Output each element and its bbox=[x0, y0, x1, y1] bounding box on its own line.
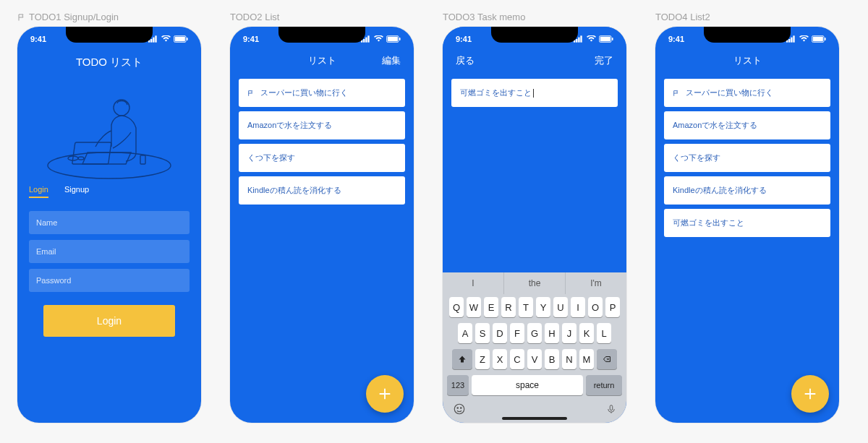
svg-rect-1 bbox=[150, 39, 152, 43]
svg-point-27 bbox=[454, 404, 464, 414]
password-field[interactable]: Password bbox=[29, 269, 190, 292]
key[interactable]: B bbox=[545, 349, 559, 369]
key[interactable]: C bbox=[510, 349, 524, 369]
plus-icon bbox=[377, 386, 393, 402]
list-item-label: Amazonで水を注文する bbox=[673, 120, 757, 131]
nav-bar: リスト bbox=[655, 51, 839, 74]
key[interactable]: D bbox=[493, 323, 507, 343]
nav-edit-button[interactable]: 編集 bbox=[369, 54, 401, 67]
frame-col-3: TODO3 Task memo 9:41 戻る 完了 可燃ゴミを出すこと bbox=[443, 12, 626, 423]
list-item[interactable]: Amazonで水を注文する bbox=[239, 111, 405, 139]
key[interactable]: N bbox=[562, 349, 576, 369]
login-button[interactable]: Login bbox=[43, 305, 175, 337]
suggestion[interactable]: I bbox=[443, 272, 504, 294]
svg-rect-2 bbox=[153, 38, 154, 43]
home-indicator bbox=[502, 417, 567, 420]
status-bar: 9:41 bbox=[230, 27, 414, 51]
flag-icon bbox=[247, 90, 255, 97]
svg-point-28 bbox=[457, 408, 459, 409]
list-item[interactable]: スーパーに買い物に行く bbox=[239, 79, 405, 107]
memo-input[interactable]: 可燃ゴミを出すこと bbox=[451, 79, 618, 107]
notch bbox=[704, 27, 791, 43]
key[interactable]: Y bbox=[536, 297, 550, 317]
add-task-button[interactable] bbox=[791, 375, 829, 413]
key[interactable]: X bbox=[493, 349, 507, 369]
tab-login[interactable]: Login bbox=[29, 185, 48, 198]
key[interactable]: Q bbox=[449, 297, 464, 317]
list-item[interactable]: Kindleの積ん読を消化する bbox=[239, 176, 405, 205]
status-icons bbox=[148, 35, 188, 43]
key[interactable]: Z bbox=[475, 349, 490, 369]
key[interactable]: I bbox=[571, 297, 585, 317]
key[interactable]: R bbox=[501, 297, 516, 317]
svg-rect-32 bbox=[788, 39, 790, 43]
auth-tabs: Login Signup bbox=[17, 185, 201, 205]
svg-rect-3 bbox=[155, 35, 156, 42]
add-task-button[interactable] bbox=[366, 375, 404, 413]
nav-done-button[interactable]: 完了 bbox=[582, 54, 613, 67]
svg-point-12 bbox=[78, 157, 84, 160]
phone-task-memo: 9:41 戻る 完了 可燃ゴミを出すこと I bbox=[443, 27, 626, 423]
key[interactable]: E bbox=[484, 297, 498, 317]
list-item[interactable]: スーパーに買い物に行く bbox=[664, 79, 830, 107]
wifi-icon bbox=[587, 35, 596, 43]
status-time: 9:41 bbox=[668, 35, 684, 43]
return-key[interactable]: return bbox=[586, 375, 622, 395]
name-field[interactable]: Name bbox=[29, 211, 190, 234]
suggestion[interactable]: I'm bbox=[566, 272, 626, 294]
frame-col-1: TODO1 Signup/Login 9:41 TODO リスト bbox=[17, 12, 201, 423]
frame-col-2: TODO2 List 9:41 リスト 編集 スーパーに買い物に行く Am bbox=[230, 12, 414, 423]
mic-icon[interactable] bbox=[606, 403, 616, 416]
list-item[interactable]: くつ下を探す bbox=[239, 144, 405, 172]
key[interactable]: G bbox=[527, 323, 542, 343]
keyboard-row: 123 space return bbox=[443, 372, 626, 400]
key[interactable]: T bbox=[519, 297, 533, 317]
svg-rect-33 bbox=[791, 38, 792, 43]
key[interactable]: H bbox=[545, 323, 559, 343]
key[interactable]: J bbox=[562, 323, 576, 343]
battery-icon bbox=[174, 35, 188, 43]
list-item-label: くつ下を探す bbox=[673, 152, 720, 163]
list-item[interactable]: Amazonで水を注文する bbox=[664, 111, 830, 139]
nav-title: リスト bbox=[275, 54, 369, 67]
svg-point-9 bbox=[114, 100, 129, 116]
phone-signup-login: 9:41 TODO リスト bbox=[17, 27, 201, 423]
suggestion[interactable]: the bbox=[504, 272, 566, 294]
shift-key[interactable] bbox=[452, 349, 472, 369]
key[interactable]: O bbox=[588, 297, 603, 317]
list-item[interactable]: 可燃ゴミを出すこと bbox=[664, 209, 830, 237]
key[interactable]: M bbox=[579, 349, 594, 369]
email-field[interactable]: Email bbox=[29, 240, 190, 263]
list-item[interactable]: Kindleの積ん読を消化する bbox=[664, 176, 830, 205]
list-item-label: Kindleの積ん読を消化する bbox=[247, 185, 341, 196]
text-caret bbox=[533, 89, 534, 98]
list-item-label: くつ下を探す bbox=[247, 152, 295, 163]
key[interactable]: A bbox=[458, 323, 472, 343]
wifi-icon bbox=[374, 35, 383, 43]
svg-rect-10 bbox=[140, 155, 145, 164]
space-key[interactable]: space bbox=[472, 375, 583, 395]
nav-back-button[interactable]: 戻る bbox=[456, 54, 488, 67]
status-time: 9:41 bbox=[30, 35, 46, 43]
tab-signup[interactable]: Signup bbox=[64, 185, 89, 198]
backspace-key[interactable] bbox=[597, 349, 617, 369]
key[interactable]: L bbox=[597, 323, 611, 343]
wifi-icon bbox=[799, 35, 809, 43]
numeric-key[interactable]: 123 bbox=[447, 375, 469, 395]
emoji-icon[interactable] bbox=[453, 403, 466, 416]
svg-rect-37 bbox=[825, 38, 826, 40]
key[interactable]: U bbox=[553, 297, 568, 317]
svg-rect-15 bbox=[365, 38, 367, 43]
key[interactable]: S bbox=[475, 323, 490, 343]
key[interactable]: K bbox=[579, 323, 594, 343]
key[interactable]: P bbox=[605, 297, 620, 317]
memo-input-text: 可燃ゴミを出すこと bbox=[460, 88, 532, 97]
svg-rect-34 bbox=[793, 35, 794, 42]
frame-label-text: TODO1 Signup/Login bbox=[29, 12, 119, 22]
key[interactable]: F bbox=[510, 323, 524, 343]
phone-list2: 9:41 リスト スーパーに買い物に行く Amazonで水を注文する くつ下を探… bbox=[655, 27, 839, 423]
list-item[interactable]: くつ下を探す bbox=[664, 144, 830, 172]
key[interactable]: V bbox=[527, 349, 542, 369]
list-item-label: Amazonで水を注文する bbox=[247, 120, 332, 131]
key[interactable]: W bbox=[467, 297, 481, 317]
